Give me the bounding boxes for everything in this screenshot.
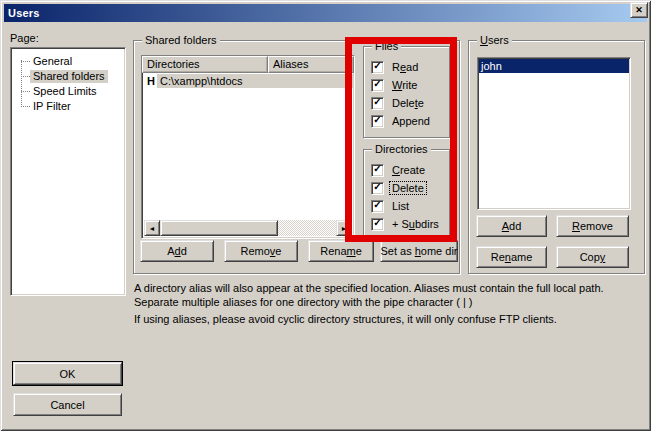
create-checkbox[interactable]: ✓ xyxy=(371,164,384,177)
set-as-home-dir-button[interactable]: Set as home dir xyxy=(380,240,458,262)
sidebar-item-shared-folders[interactable]: Shared folders xyxy=(11,69,125,84)
folder-add-button[interactable]: Add xyxy=(140,240,214,262)
perm-delete-file: ✓ Delete xyxy=(371,94,449,112)
perm-label[interactable]: Delete xyxy=(390,182,426,194)
ok-button[interactable]: OK xyxy=(13,362,122,385)
sidebar-item-ip-filter[interactable]: IP Filter xyxy=(11,99,125,114)
users-listbox[interactable]: john xyxy=(477,57,631,210)
directories-permissions-group: Directories ✓ Create ✓ Delete ✓ List ✓ +… xyxy=(363,149,450,241)
perm-label[interactable]: Write xyxy=(390,79,419,91)
check-icon: ✓ xyxy=(373,115,381,125)
subdirs-checkbox[interactable]: ✓ xyxy=(371,218,384,231)
user-item-john[interactable]: john xyxy=(479,59,629,73)
list-checkbox[interactable]: ✓ xyxy=(371,200,384,213)
perm-label[interactable]: Append xyxy=(390,115,432,127)
files-permissions-group: Files ✓ Read ✓ Write ✓ Delete ✓ Append xyxy=(363,46,450,138)
check-icon: ✓ xyxy=(373,182,381,192)
shared-folders-legend: Shared folders xyxy=(142,34,220,47)
users-group: Users john xyxy=(468,40,645,274)
perm-label[interactable]: + Subdirs xyxy=(390,218,441,230)
delete-file-checkbox[interactable]: ✓ xyxy=(371,97,384,110)
listview-header: Directories Aliases xyxy=(142,56,354,73)
perm-label[interactable]: Read xyxy=(390,61,420,73)
user-name: john xyxy=(481,60,502,72)
folder-rename-button[interactable]: Rename xyxy=(308,240,374,262)
user-add-button[interactable]: Add xyxy=(476,215,547,237)
perm-list: ✓ List xyxy=(371,197,449,215)
perm-read: ✓ Read xyxy=(371,58,449,76)
write-checkbox[interactable]: ✓ xyxy=(371,79,384,92)
scroll-right-button[interactable]: ► xyxy=(336,220,352,236)
tree-item-label: Speed Limits xyxy=(30,85,100,98)
perm-label[interactable]: Delete xyxy=(390,97,426,109)
user-copy-button[interactable]: Copy xyxy=(556,246,629,268)
tree-item-label: Shared folders xyxy=(30,70,108,83)
home-flag: H xyxy=(145,75,157,87)
window-title: Users xyxy=(4,7,40,19)
perm-write: ✓ Write xyxy=(371,76,449,94)
directories-legend: Directories xyxy=(372,143,431,156)
scroll-left-button[interactable]: ◄ xyxy=(144,220,160,236)
tree-item-label: IP Filter xyxy=(30,100,74,113)
directory-row[interactable]: H C:\xampp\htdocs xyxy=(142,73,354,89)
directories-listview[interactable]: Directories Aliases H C:\xampp\htdocs ◄ … xyxy=(141,55,355,239)
directory-path: C:\xampp\htdocs xyxy=(157,74,354,88)
page-tree[interactable]: General Shared folders Speed Limits IP F… xyxy=(10,47,126,296)
cancel-button[interactable]: Cancel xyxy=(13,393,122,416)
read-checkbox[interactable]: ✓ xyxy=(371,61,384,74)
check-icon: ✓ xyxy=(373,61,381,71)
scroll-right-icon: ► xyxy=(341,225,348,232)
sidebar-item-general[interactable]: General xyxy=(11,54,125,69)
check-icon: ✓ xyxy=(373,79,381,89)
perm-delete-dir: ✓ Delete xyxy=(371,179,449,197)
users-dialog: Users ✕ Page: General Shared folders Spe… xyxy=(0,0,651,431)
perm-subdirs: ✓ + Subdirs xyxy=(371,215,449,233)
perm-label[interactable]: List xyxy=(390,200,411,212)
perm-append: ✓ Append xyxy=(371,112,449,130)
folder-remove-button[interactable]: Remove xyxy=(224,240,298,262)
titlebar[interactable]: Users xyxy=(4,4,647,22)
page-label: Page: xyxy=(10,32,39,44)
horizontal-scrollbar[interactable]: ◄ ► xyxy=(144,220,352,236)
sidebar-item-speed-limits[interactable]: Speed Limits xyxy=(11,84,125,99)
check-icon: ✓ xyxy=(373,218,381,228)
users-legend: Users xyxy=(477,34,512,47)
alias-help-text: A directory alias will also appear at th… xyxy=(134,281,648,329)
tree-item-label: General xyxy=(30,55,75,68)
append-checkbox[interactable]: ✓ xyxy=(371,115,384,128)
alias-help-paragraph-2: If using aliases, please avoid cyclic di… xyxy=(134,312,648,326)
user-remove-button[interactable]: Remove xyxy=(556,215,629,237)
delete-dir-checkbox[interactable]: ✓ xyxy=(371,182,384,195)
check-icon: ✓ xyxy=(373,200,381,210)
scrollbar-thumb[interactable] xyxy=(160,220,278,236)
check-icon: ✓ xyxy=(373,97,381,107)
column-header-aliases[interactable]: Aliases xyxy=(268,56,354,73)
scroll-left-icon: ◄ xyxy=(149,225,156,232)
scrollbar-track[interactable] xyxy=(278,220,336,236)
check-icon: ✓ xyxy=(373,164,381,174)
close-icon: ✕ xyxy=(635,6,643,15)
perm-create: ✓ Create xyxy=(371,161,449,179)
alias-help-paragraph-1: A directory alias will also appear at th… xyxy=(134,281,648,309)
user-rename-button[interactable]: Rename xyxy=(476,246,547,268)
tree-connector-line xyxy=(21,60,22,107)
files-legend: Files xyxy=(372,40,401,53)
column-header-directories[interactable]: Directories xyxy=(142,56,268,73)
perm-label[interactable]: Create xyxy=(390,164,427,176)
close-button[interactable]: ✕ xyxy=(630,2,648,18)
